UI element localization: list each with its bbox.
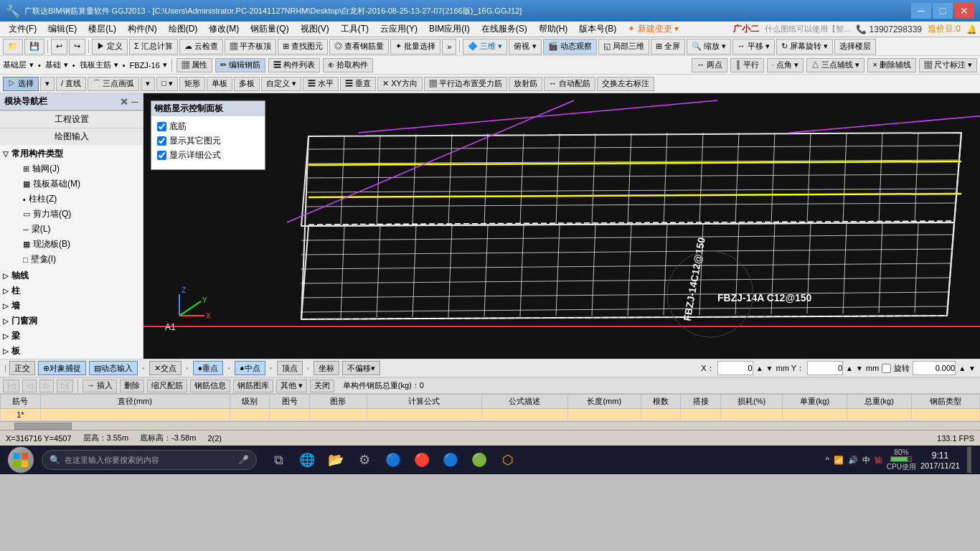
dim-button[interactable]: ▦ 尺寸标注 ▾: [919, 58, 977, 72]
line-tool[interactable]: / 直线: [56, 77, 86, 91]
arc-tool[interactable]: ⌒ 三点画弧: [88, 77, 139, 91]
y-input[interactable]: [807, 361, 843, 375]
scrollbar-thumb[interactable]: [14, 423, 72, 430]
property-button[interactable]: ▦ 属性: [176, 58, 212, 72]
close-button[interactable]: ✕: [954, 3, 974, 19]
menu-modify[interactable]: 修改(M): [203, 22, 245, 37]
show-formula-checkbox[interactable]: [157, 151, 166, 160]
multi-slab-tool[interactable]: 多板: [234, 77, 260, 91]
view-rebar-button[interactable]: ◎ 查看钢筋量: [329, 39, 389, 55]
rect-tool[interactable]: 矩形: [179, 77, 205, 91]
y-spinner-down[interactable]: ▼: [856, 364, 863, 372]
sidebar-close-button[interactable]: ✕ ─: [120, 96, 138, 108]
menu-newchange[interactable]: ✦ 新建变更 ▾: [622, 22, 684, 37]
menu-view[interactable]: 视图(V): [295, 22, 335, 37]
delete-rebar-button[interactable]: 删除: [120, 380, 144, 392]
3d-button[interactable]: 🔷 三维 ▾: [463, 39, 507, 55]
input-method-icon[interactable]: 输: [875, 455, 882, 466]
midpoint-button[interactable]: ● 中点: [235, 361, 265, 375]
other-button[interactable]: 其他 ▾: [276, 380, 307, 392]
parallel-edge-tool[interactable]: ▦ 平行边布置受力筋: [424, 77, 507, 91]
menu-file[interactable]: 文件(F): [3, 22, 42, 37]
shape-tool[interactable]: □ ▾: [156, 77, 178, 91]
menu-bim[interactable]: BIM应用(I): [423, 22, 476, 37]
scale-rebar-button[interactable]: 缩尺配筋: [147, 380, 187, 392]
menu-floor[interactable]: 楼层(L): [83, 22, 122, 37]
sidebar-item-column[interactable]: ▪柱柱(Z): [0, 192, 143, 207]
rotate-spinner-up[interactable]: ▲: [958, 364, 966, 372]
three-point-aux-button[interactable]: △ 三点辅线 ▾: [806, 58, 864, 72]
y-spinner-up[interactable]: ▲: [846, 364, 853, 372]
app-icon-3[interactable]: ⚙: [352, 447, 377, 473]
radial-tool[interactable]: 放射筋: [509, 77, 542, 91]
vertex-button[interactable]: 顶点: [277, 361, 303, 375]
redo-button[interactable]: ↪: [69, 39, 85, 55]
app-icon-1[interactable]: 🌐: [294, 447, 320, 473]
app-icon-5[interactable]: 🔴: [409, 447, 435, 473]
endpoint-button[interactable]: ● 垂点: [193, 361, 224, 375]
app-icon-8[interactable]: ⬡: [495, 447, 521, 473]
ortho-button[interactable]: 正交: [9, 361, 35, 375]
del-aux-button[interactable]: × 删除辅线: [867, 58, 915, 72]
nav-last-button[interactable]: ▷|: [57, 380, 73, 392]
rotate-checkbox[interactable]: [882, 364, 891, 373]
sidebar-group-wall[interactable]: ▷ 墙: [0, 298, 143, 314]
define-button[interactable]: ▶ 定义: [92, 39, 128, 55]
fullscreen-button[interactable]: ⊞ 全屏: [651, 39, 685, 55]
start-button[interactable]: [3, 447, 39, 473]
x-input[interactable]: [717, 361, 753, 375]
nav-first-button[interactable]: |◁: [3, 380, 19, 392]
point-angle-button[interactable]: · 点角 ▾: [767, 58, 804, 72]
intersect-button[interactable]: ✕ 交点: [149, 361, 182, 375]
tray-caret[interactable]: ^: [826, 456, 829, 464]
sidebar-item-draw-input[interactable]: 绘图输入: [0, 128, 143, 145]
parallel-button[interactable]: ║ 平行: [730, 58, 764, 72]
x-spinner-up[interactable]: ▲: [756, 364, 763, 372]
nav-next-button[interactable]: ▷: [39, 380, 54, 392]
sidebar-group-common[interactable]: ▽ 常用构件类型: [0, 146, 143, 161]
dynamic-input-button[interactable]: ▤ 动态输入: [89, 361, 138, 375]
dynamic-view-button[interactable]: 🎬 动态观察: [543, 39, 597, 55]
sidebar-item-project-setup[interactable]: 工程设置: [0, 110, 143, 128]
sidebar-item-axis[interactable]: ⊞轴网(J): [0, 161, 143, 176]
single-slab-tool[interactable]: 单板: [207, 77, 232, 91]
menu-rebar[interactable]: 钢筋量(Q): [245, 22, 294, 37]
table-row[interactable]: 1*: [1, 409, 980, 421]
select-arrow[interactable]: ▾: [40, 77, 55, 91]
app-icon-2[interactable]: 📂: [323, 447, 349, 473]
custom-tool[interactable]: 自定义 ▾: [261, 77, 301, 91]
menu-help[interactable]: 帮助(H): [533, 22, 574, 37]
sidebar-group-beam2[interactable]: ▷ 梁: [0, 329, 143, 344]
nooffset-button[interactable]: 不偏移 ▾: [342, 361, 380, 375]
show-desktop-button[interactable]: [967, 447, 971, 473]
rotate-button[interactable]: ↻ 屏幕旋转 ▾: [776, 39, 833, 55]
minimize-button[interactable]: ─: [911, 3, 931, 19]
new-button[interactable]: 📁: [3, 39, 23, 55]
sidebar-item-castslab[interactable]: ▦现浇板(B): [0, 237, 143, 252]
rebar-info-button[interactable]: 钢筋信息: [190, 380, 230, 392]
menu-edit[interactable]: 编辑(E): [42, 22, 83, 37]
taskview-button[interactable]: ⧉: [265, 447, 291, 473]
app-icon-4[interactable]: 🔵: [380, 447, 406, 473]
two-point-button[interactable]: ↔ 两点: [692, 58, 727, 72]
app-icon-7[interactable]: 🟢: [466, 447, 492, 473]
more-button[interactable]: »: [442, 39, 456, 55]
close-panel-button[interactable]: 关闭: [310, 380, 334, 392]
arc-arrow[interactable]: ▾: [141, 77, 155, 91]
rotate-input[interactable]: [913, 361, 956, 375]
rebar-diagram-button[interactable]: 钢筋图库: [233, 380, 273, 392]
cell-diameter[interactable]: [40, 409, 230, 421]
batch-select-button[interactable]: ✦ 批量选择: [390, 39, 440, 55]
sidebar-group-axis[interactable]: ▷ 轴线: [0, 268, 143, 283]
x-spinner-down[interactable]: ▼: [766, 364, 773, 372]
edit-rebar-button[interactable]: ✏ 编辑钢筋: [215, 58, 265, 72]
select-floor-button[interactable]: 选择楼层: [834, 39, 876, 55]
horizontal-tool[interactable]: ☰ 水平: [303, 77, 339, 91]
save-button[interactable]: 💾: [24, 39, 44, 55]
xy-tool[interactable]: ✕ XY方向: [377, 77, 423, 91]
nav-prev-button[interactable]: ◁: [22, 380, 37, 392]
ime-label[interactable]: 中: [862, 455, 870, 466]
component-list-button[interactable]: ☰ 构件列表: [268, 58, 320, 72]
diameter-input[interactable]: [44, 410, 227, 419]
sidebar-item-shearwall[interactable]: ▭剪力墙(Q): [0, 207, 143, 222]
